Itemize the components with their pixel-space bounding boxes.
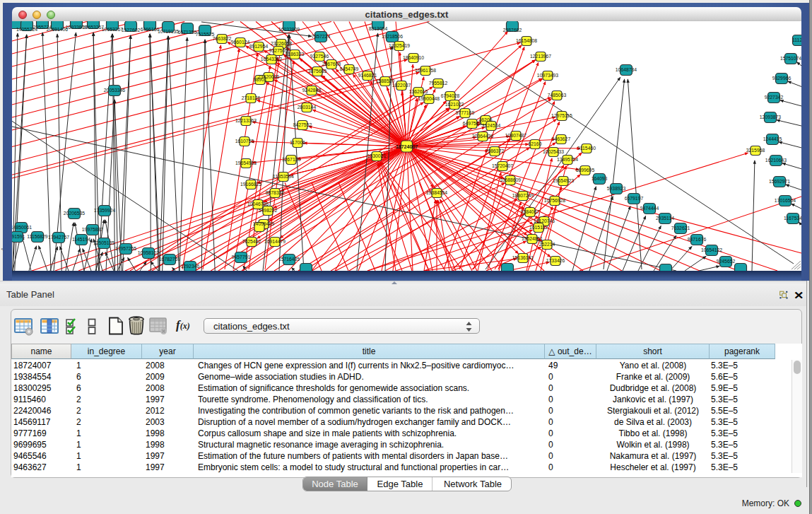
svg-text:10654122: 10654122 <box>701 247 722 252</box>
svg-text:14850061: 14850061 <box>12 225 32 230</box>
svg-text:15751074: 15751074 <box>780 56 801 61</box>
svg-text:2718126: 2718126 <box>242 95 261 100</box>
svg-text:3875685: 3875685 <box>308 69 327 74</box>
svg-text:164093: 164093 <box>592 176 608 181</box>
svg-text:46206: 46206 <box>479 117 493 122</box>
svg-text:7515525: 7515525 <box>196 32 215 37</box>
svg-text:7663822: 7663822 <box>213 36 232 41</box>
svg-text:8912954: 8912954 <box>249 44 269 49</box>
svg-text:10025433: 10025433 <box>543 149 564 154</box>
svg-text:19166825: 19166825 <box>240 182 261 187</box>
svg-text:2887682: 2887682 <box>503 28 522 33</box>
svg-text:10807487: 10807487 <box>505 133 526 138</box>
svg-text:9660124: 9660124 <box>231 40 250 45</box>
svg-text:1530021: 1530021 <box>367 153 387 158</box>
svg-text:7955812: 7955812 <box>429 81 448 86</box>
svg-text:16914479: 16914479 <box>264 239 286 244</box>
svg-text:20364436: 20364436 <box>472 134 493 139</box>
svg-text:12213363: 12213363 <box>235 118 257 123</box>
svg-text:19654923: 19654923 <box>553 178 574 183</box>
svg-text:16782759: 16782759 <box>159 257 180 262</box>
svg-text:7625402: 7625402 <box>242 239 261 244</box>
svg-text:252214: 252214 <box>539 242 555 247</box>
svg-text:6466160: 6466160 <box>141 27 160 32</box>
svg-text:11353594: 11353594 <box>273 174 294 179</box>
svg-text:16033809: 16033809 <box>278 27 300 32</box>
svg-text:10648784: 10648784 <box>616 67 637 72</box>
svg-text:23226058: 23226058 <box>271 41 292 46</box>
svg-text:3215958: 3215958 <box>746 148 765 153</box>
svg-text:9242848: 9242848 <box>302 88 322 93</box>
svg-text:8878332: 8878332 <box>266 190 285 195</box>
svg-text:3267130: 3267130 <box>282 157 301 162</box>
svg-text:10719135: 10719135 <box>158 29 179 34</box>
svg-text:1145194: 1145194 <box>72 237 90 242</box>
svg-text:10046786: 10046786 <box>247 201 269 206</box>
svg-text:15716485: 15716485 <box>278 257 300 262</box>
svg-text:9457791: 9457791 <box>232 255 251 259</box>
svg-text:9777169: 9777169 <box>456 110 475 115</box>
svg-text:1621022: 1621022 <box>445 102 464 107</box>
svg-text:6794028: 6794028 <box>441 93 460 98</box>
svg-text:9327546: 9327546 <box>310 54 329 59</box>
svg-text:17016504: 17016504 <box>775 198 796 203</box>
svg-text:11156829: 11156829 <box>27 234 47 239</box>
svg-text:391591: 391591 <box>12 234 25 239</box>
svg-text:1733426: 1733426 <box>546 258 565 263</box>
svg-text:19900448: 19900448 <box>418 96 440 101</box>
svg-text:8454749: 8454749 <box>340 66 359 71</box>
svg-text:10958107: 10958107 <box>138 250 159 255</box>
svg-text:5498222: 5498222 <box>259 208 278 213</box>
svg-text:5938923: 5938923 <box>607 186 626 191</box>
svg-text:2867608: 2867608 <box>322 62 341 66</box>
svg-text:7986372: 7986372 <box>486 148 505 153</box>
svg-text:1292346: 1292346 <box>181 264 200 269</box>
svg-text:7357224: 7357224 <box>312 34 331 39</box>
svg-text:18724007: 18724007 <box>396 144 418 150</box>
svg-text:8186323: 8186323 <box>286 52 305 57</box>
svg-text:7632621: 7632621 <box>671 226 690 230</box>
svg-text:17359924: 17359924 <box>94 208 115 213</box>
svg-text:20053346: 20053346 <box>104 88 125 93</box>
svg-text:2935114: 2935114 <box>656 216 674 221</box>
svg-text:12505135: 12505135 <box>93 240 114 245</box>
svg-text:9245652: 9245652 <box>717 259 736 264</box>
svg-text:1610755: 1610755 <box>235 139 254 144</box>
svg-text:16961758: 16961758 <box>415 68 436 73</box>
svg-text:9384067: 9384067 <box>521 209 540 214</box>
svg-text:12213967: 12213967 <box>530 54 551 59</box>
svg-text:10653267: 10653267 <box>102 27 123 32</box>
svg-text:1362615: 1362615 <box>409 89 428 94</box>
svg-text:8427552: 8427552 <box>293 122 312 127</box>
svg-text:17957255: 17957255 <box>115 246 136 251</box>
svg-text:1244415: 1244415 <box>763 136 782 141</box>
svg-text:1822037: 1822037 <box>392 83 411 88</box>
svg-text:1615112: 1615112 <box>529 225 548 230</box>
svg-text:19384554: 19384554 <box>426 190 447 195</box>
svg-text:10653267: 10653267 <box>83 25 104 30</box>
svg-text:13325419: 13325419 <box>389 43 410 48</box>
svg-text:17942757: 17942757 <box>48 235 69 240</box>
svg-text:6899695: 6899695 <box>576 168 595 173</box>
svg-text:7485063: 7485063 <box>548 93 567 98</box>
svg-text:15720407: 15720407 <box>492 163 513 168</box>
svg-text:16210643: 16210643 <box>765 158 787 163</box>
svg-text:13524851: 13524851 <box>522 236 543 241</box>
svg-text:11124: 11124 <box>792 37 801 42</box>
svg-text:9227342: 9227342 <box>765 95 784 100</box>
svg-text:16120746: 16120746 <box>534 218 555 223</box>
svg-text:15692971: 15692971 <box>769 179 790 184</box>
svg-text:98901: 98901 <box>254 77 267 82</box>
svg-text:10688609: 10688609 <box>500 177 521 182</box>
svg-text:16154808: 16154808 <box>516 38 537 43</box>
svg-text:18640910: 18640910 <box>403 55 424 60</box>
svg-text:18807249: 18807249 <box>512 193 534 198</box>
svg-text:13495754: 13495754 <box>557 157 578 162</box>
svg-text:2803144: 2803144 <box>298 105 317 110</box>
svg-text:9329966: 9329966 <box>772 76 792 81</box>
svg-text:12093873: 12093873 <box>760 115 781 119</box>
svg-text:15136141: 15136141 <box>512 255 534 260</box>
svg-text:9474444: 9474444 <box>640 206 659 211</box>
svg-text:12975115: 12975115 <box>551 113 572 118</box>
svg-text:19654983: 19654983 <box>235 160 257 165</box>
